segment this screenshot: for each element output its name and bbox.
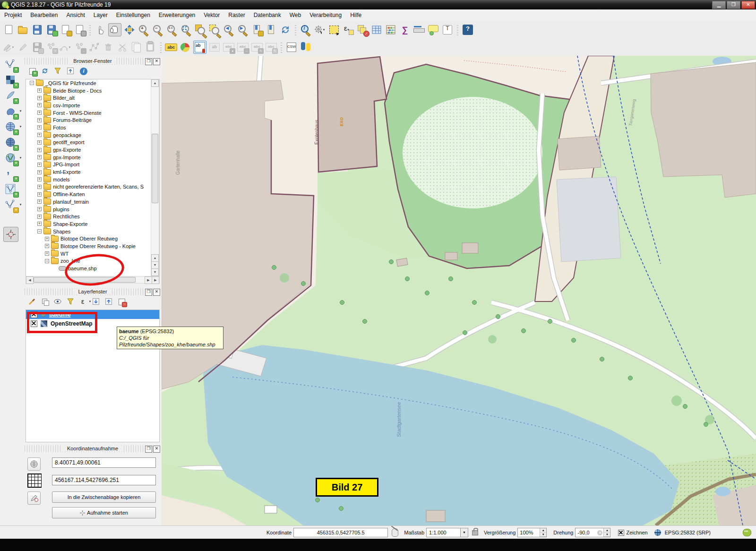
- add-circular-string-button[interactable]: ▼: [60, 41, 72, 53]
- tree-item-geopackage[interactable]: +geopackage: [26, 131, 159, 139]
- start-capture-button[interactable]: Aufnahme starten: [52, 507, 156, 518]
- csw-search-button[interactable]: CSW: [285, 41, 298, 53]
- pan-to-selection-button[interactable]: [123, 24, 136, 36]
- move-feature-button[interactable]: →: [74, 41, 86, 53]
- tree-expander[interactable]: −: [45, 259, 49, 263]
- menu-hilfe[interactable]: Hilfe: [346, 10, 366, 20]
- tree-expander[interactable]: +: [37, 111, 42, 115]
- tree-expander[interactable]: +: [37, 215, 42, 219]
- zoom-to-layer-button[interactable]: [194, 24, 206, 36]
- help-button[interactable]: ?: [462, 24, 474, 36]
- menu-datenbank[interactable]: Datenbank: [249, 10, 285, 20]
- zoom-out-button[interactable]: −: [152, 24, 164, 36]
- add-selected-layers-button[interactable]: +: [28, 67, 37, 76]
- tree-item-biotope-oberer-reutweg[interactable]: +Biotope Oberer Reutweg: [26, 235, 159, 242]
- text-annotation-button[interactable]: T▼: [441, 24, 454, 36]
- menu-layer[interactable]: Layer: [89, 10, 112, 20]
- tree-item-forst-wms-dienste[interactable]: +Forst - WMS-Dienste: [26, 109, 159, 117]
- touch-zoom-button[interactable]: [94, 24, 106, 36]
- tree-expander[interactable]: +: [37, 192, 42, 197]
- save-project-button[interactable]: [31, 24, 43, 36]
- identify-features-button[interactable]: i: [300, 24, 312, 36]
- tree-item-jpg-import[interactable]: +JPG-Import: [26, 161, 159, 169]
- tree-item-fotos[interactable]: +Fotos: [26, 124, 159, 131]
- tree-expander[interactable]: +: [37, 88, 42, 93]
- browser-vscrollbar[interactable]: ▲ ▲ ▼ ▼: [151, 79, 159, 276]
- zoom-next-button[interactable]: ▶: [237, 24, 249, 36]
- zoom-to-selection-button[interactable]: [208, 24, 221, 36]
- properties-widget-button[interactable]: i: [79, 67, 88, 76]
- menu-vektor[interactable]: Vektor: [199, 10, 224, 20]
- add-wfs-layer-button[interactable]: ,+: [3, 166, 17, 181]
- add-wcs-layer-button[interactable]: +▼: [3, 151, 17, 165]
- menu-erweiterungen[interactable]: Erweiterungen: [155, 10, 199, 20]
- tree-item-gpx-exporte[interactable]: +gpx-Exporte: [26, 146, 159, 154]
- new-bookmark-button[interactable]: [251, 24, 263, 36]
- menu-projekt[interactable]: Projekt: [0, 10, 26, 20]
- map-tips-button[interactable]: [427, 24, 439, 36]
- deselect-features-button[interactable]: ⁄: [356, 24, 369, 36]
- manage-visibility-button[interactable]: [54, 298, 62, 306]
- refresh-browser-button[interactable]: [41, 67, 50, 76]
- tree-item-forums-beiträge[interactable]: +Forums-Beiträge: [26, 116, 159, 124]
- tree-expander[interactable]: −: [30, 81, 34, 85]
- add-spatialite-layer-button[interactable]: +▼: [3, 120, 17, 134]
- tree-item-rechtliches[interactable]: +Rechtliches: [26, 213, 159, 220]
- composer-manager-button[interactable]: [74, 24, 86, 36]
- close-button[interactable]: ✕: [741, 1, 755, 9]
- tree-expander[interactable]: +: [37, 207, 42, 211]
- menu-einstellungen[interactable]: Einstellungen: [112, 10, 155, 20]
- tree-item--qgis-für-pilzfreunde[interactable]: −_QGIS für Pilzfreunde: [26, 79, 159, 87]
- add-vector-layer-button[interactable]: +: [3, 57, 17, 71]
- refresh-button[interactable]: [279, 24, 292, 36]
- save-layer-edits-button[interactable]: [31, 41, 43, 53]
- tree-item-shapes[interactable]: −Shapes: [26, 228, 159, 235]
- add-postgis-layer-button[interactable]: +▼: [3, 104, 17, 118]
- tree-item-plugins[interactable]: +plugins: [26, 206, 159, 213]
- tree-expander[interactable]: +: [37, 199, 42, 204]
- tree-expander[interactable]: +: [45, 251, 49, 256]
- tree-expander[interactable]: +: [37, 177, 42, 181]
- menu-web[interactable]: Web: [285, 10, 305, 20]
- delete-selected-button[interactable]: [102, 41, 114, 53]
- crs-globe-icon[interactable]: [654, 529, 661, 536]
- geographic-crs-button[interactable]: [27, 457, 41, 471]
- zoom-full-button[interactable]: [180, 24, 192, 36]
- rotate-label-button[interactable]: abc↻: [251, 41, 263, 53]
- zoom-last-button[interactable]: ◀: [223, 24, 235, 36]
- open-layer-styling-button[interactable]: [28, 298, 37, 306]
- save-project-as-button[interactable]: [45, 24, 58, 36]
- render-checkbox[interactable]: [618, 530, 624, 536]
- menu-bearbeiten[interactable]: Bearbeiten: [26, 10, 62, 20]
- pin-labels-button[interactable]: ab: [193, 41, 206, 54]
- node-tool-button[interactable]: [88, 41, 100, 53]
- show-sum-button[interactable]: ∑: [399, 24, 411, 36]
- paste-features-button[interactable]: [145, 41, 157, 53]
- menu-raster[interactable]: Raster: [224, 10, 249, 20]
- tree-expander[interactable]: +: [37, 170, 42, 174]
- coordinate-capture-button[interactable]: [3, 227, 18, 242]
- tree-expander[interactable]: +: [37, 140, 42, 145]
- dropdown-arrow-icon[interactable]: ▼: [11, 46, 15, 49]
- measure-line-button[interactable]: ▼: [413, 24, 425, 36]
- tree-item-geotiff-export[interactable]: +geotiff_export: [26, 139, 159, 146]
- scale-lock-icon[interactable]: [472, 530, 478, 535]
- dropdown-arrow-icon[interactable]: ▼: [88, 300, 92, 303]
- float-panel-button[interactable]: ❐: [145, 58, 152, 65]
- tree-item-beide-biotope-docs[interactable]: +Beide Biotope - Docs: [26, 87, 159, 95]
- messages-icon[interactable]: [743, 529, 751, 536]
- show-bookmarks-button[interactable]: [265, 24, 277, 36]
- collapse-all-button[interactable]: [67, 67, 75, 76]
- tree-expander[interactable]: +: [37, 103, 42, 107]
- coordinate-input[interactable]: 456315.0,5427705.5: [293, 528, 388, 537]
- float-panel-button[interactable]: ❐: [145, 446, 152, 453]
- new-print-composer-button[interactable]: [60, 24, 72, 36]
- rotation-spinner[interactable]: -90,0 ✕ ▲▼: [575, 528, 610, 537]
- change-label-button[interactable]: abc✎: [265, 41, 277, 53]
- dropdown-arrow-icon[interactable]: ▼: [68, 46, 72, 49]
- new-geopackage-layer-button[interactable]: +▼: [3, 198, 17, 212]
- dropdown-arrow-icon[interactable]: ▼: [18, 125, 23, 128]
- tree-expander[interactable]: +: [37, 133, 42, 137]
- tree-item-planlauf-terrain[interactable]: +planlauf_terrain: [26, 198, 159, 206]
- dropdown-arrow-icon[interactable]: ▼: [18, 203, 23, 206]
